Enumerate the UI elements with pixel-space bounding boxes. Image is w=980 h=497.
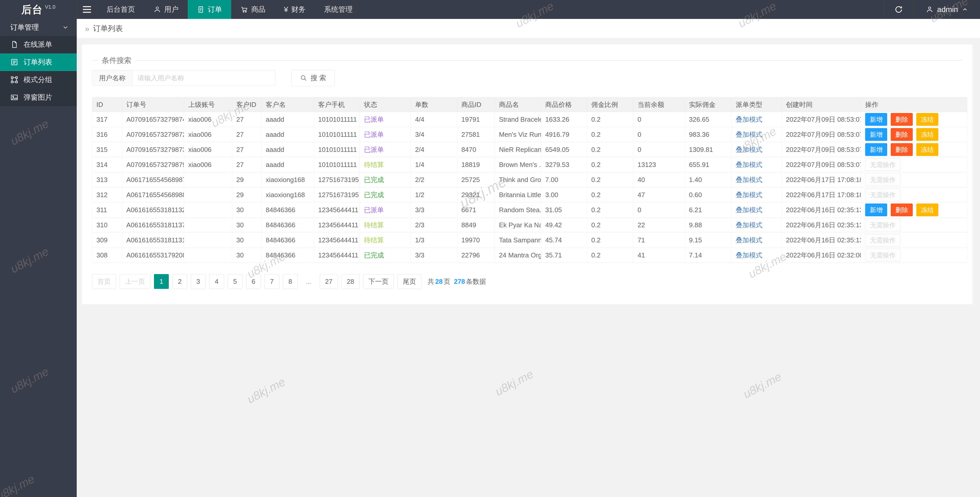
pagination-prev-button[interactable]: 上一页: [120, 274, 150, 289]
refresh-button[interactable]: [883, 0, 914, 19]
action-delete-button[interactable]: 删除: [891, 113, 913, 126]
action-add-button[interactable]: 新增: [865, 203, 887, 216]
cell-status: 已完成: [360, 187, 411, 202]
cell-commission_ratio: 0.2: [587, 157, 633, 172]
group-icon: [10, 76, 18, 84]
action-add-button[interactable]: 新增: [865, 143, 887, 156]
cell-commission_ratio: 0.2: [587, 187, 633, 202]
cell-id: 310: [92, 218, 122, 233]
cell-client_id: 27: [232, 112, 262, 127]
username-input[interactable]: [132, 70, 275, 86]
cell-status: 已派单: [360, 127, 411, 142]
cell-actual_commission: 1309.81: [685, 142, 732, 157]
sidebar-section-label: 订单管理: [10, 22, 39, 32]
cell-count: 3/4: [411, 127, 457, 142]
cell-order_no: A06161655317920847: [122, 248, 184, 263]
pagination-page-6[interactable]: 6: [246, 274, 261, 289]
pagination-page-5[interactable]: 5: [228, 274, 242, 289]
dispatch-type-link[interactable]: 叠加模式: [736, 116, 762, 123]
table-row: 309A061616553181131483084846366123456444…: [92, 233, 967, 248]
admin-menu[interactable]: admin: [914, 0, 980, 19]
nav-item-users[interactable]: 用户: [144, 0, 188, 19]
sidebar-item-mode-group[interactable]: 模式分组: [0, 71, 77, 89]
nav-item-label: 后台首页: [107, 5, 135, 14]
chevron-up-icon: [962, 6, 968, 13]
dispatch-type-link[interactable]: 叠加模式: [736, 161, 762, 168]
cell-product_price: 4916.79: [541, 127, 587, 142]
cell-count: 3/3: [411, 202, 457, 218]
cell-commission_ratio: 0.2: [587, 142, 633, 157]
pagination-page-3[interactable]: 3: [191, 274, 205, 289]
column-header: 客户名: [262, 98, 314, 112]
action-freeze-button[interactable]: 冻结: [916, 203, 938, 216]
pagination-first-button[interactable]: 首页: [92, 274, 116, 289]
search-fieldset: 条件搜索 用户名称 搜 索: [92, 60, 962, 86]
cell-client_id: 30: [232, 248, 262, 263]
cell-product_price: 49.42: [541, 218, 587, 233]
dispatch-type-link[interactable]: 叠加模式: [736, 146, 762, 153]
cell-client_name: aaadd: [262, 112, 314, 127]
pagination-page-7[interactable]: 7: [264, 274, 279, 289]
pagination-page-8[interactable]: 8: [283, 274, 298, 289]
image-icon: [10, 93, 18, 102]
status-label: 已派单: [364, 116, 384, 123]
nav-item-finance[interactable]: ¥ 财务: [275, 0, 315, 19]
sidebar-section-order-management[interactable]: 订单管理: [0, 19, 77, 36]
menu-toggle-button[interactable]: [77, 0, 97, 19]
dispatch-type-link[interactable]: 叠加模式: [736, 191, 762, 198]
cell-actual_commission: 6.21: [685, 202, 732, 218]
column-header: 当前余额: [633, 98, 685, 112]
nav-item-home[interactable]: 后台首页: [97, 0, 144, 19]
dispatch-type-link[interactable]: 叠加模式: [736, 176, 762, 184]
pagination-page-1[interactable]: 1: [154, 274, 169, 289]
file-icon: [10, 40, 18, 49]
admin-user-icon: [926, 6, 934, 13]
cell-count: 4/4: [411, 112, 457, 127]
nav-item-orders[interactable]: 订单: [188, 0, 231, 19]
dispatch-type-link[interactable]: 叠加模式: [736, 251, 762, 259]
pagination-page-2[interactable]: 2: [172, 274, 187, 289]
nav-item-products[interactable]: 商品: [231, 0, 275, 19]
column-header: 客户手机: [314, 98, 360, 112]
sidebar-item-order-list[interactable]: 订单列表: [0, 54, 77, 71]
action-freeze-button[interactable]: 冻结: [916, 143, 938, 156]
action-delete-button[interactable]: 删除: [891, 203, 913, 216]
cell-current_balance: 0: [633, 127, 685, 142]
search-button[interactable]: 搜 索: [291, 70, 335, 86]
dispatch-type-link[interactable]: 叠加模式: [736, 206, 762, 214]
cell-product_id: 29321: [457, 187, 495, 202]
cell-created_at: 2022年07月09日 08:53:07: [782, 142, 861, 157]
nav-item-system[interactable]: 系统管理: [315, 0, 362, 19]
pagination-page-28[interactable]: 28: [341, 274, 360, 289]
action-add-button[interactable]: 新增: [865, 113, 887, 126]
action-freeze-button[interactable]: 冻结: [916, 113, 938, 126]
pagination-last-button[interactable]: 尾页: [398, 274, 422, 289]
cell-product_price: 7.00: [541, 172, 587, 187]
action-delete-button[interactable]: 删除: [891, 128, 913, 141]
cell-client_phone: 12345644411: [314, 218, 360, 233]
column-header: 佣金比例: [587, 98, 633, 112]
cell-status: 待结算: [360, 218, 411, 233]
dispatch-type-link[interactable]: 叠加模式: [736, 221, 762, 229]
dispatch-type-link[interactable]: 叠加模式: [736, 236, 762, 244]
sidebar-item-online-dispatch[interactable]: 在线派单: [0, 36, 77, 54]
cell-order_no: A07091657327987252: [122, 127, 184, 142]
sidebar-item-popup-image[interactable]: 弹窗图片: [0, 89, 77, 106]
action-delete-button[interactable]: 删除: [891, 143, 913, 156]
cell-commission_ratio: 0.2: [587, 218, 633, 233]
dispatch-type-link[interactable]: 叠加模式: [736, 131, 762, 138]
cell-parent_account: xiao006: [184, 142, 232, 157]
cell-actions: 无需操作: [861, 172, 967, 187]
action-add-button[interactable]: 新增: [865, 128, 887, 141]
pagination-next-button[interactable]: 下一页: [363, 274, 394, 289]
cell-client_name: xiaoxiong168: [262, 187, 314, 202]
action-freeze-button[interactable]: 冻结: [916, 128, 938, 141]
cell-client_id: 27: [232, 127, 262, 142]
pagination-page-4[interactable]: 4: [209, 274, 224, 289]
action-none-button: 无需操作: [865, 219, 900, 231]
column-header: 商品名: [495, 98, 541, 112]
column-header: 商品ID: [457, 98, 495, 112]
table-row: 311A061616553181132533084846366123456444…: [92, 202, 967, 218]
action-none-button: 无需操作: [865, 173, 900, 186]
pagination-page-27[interactable]: 27: [320, 274, 338, 289]
